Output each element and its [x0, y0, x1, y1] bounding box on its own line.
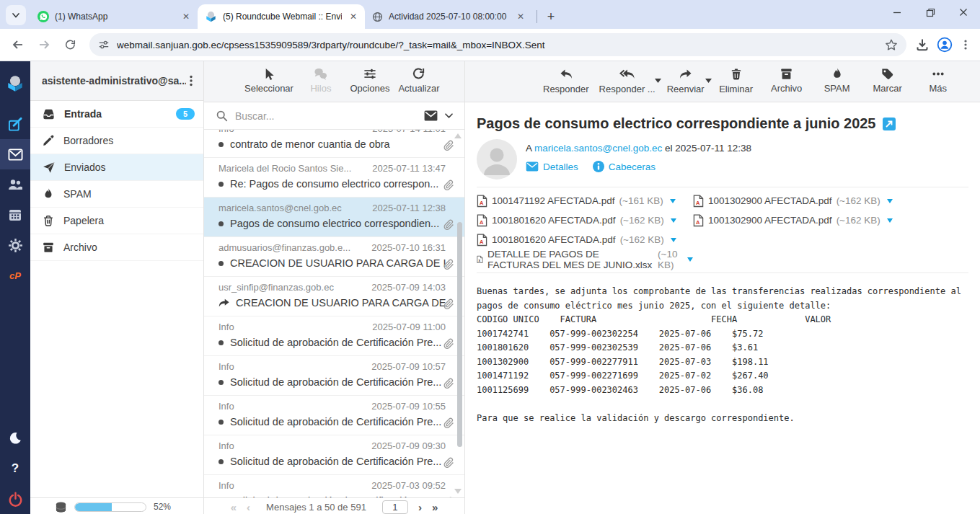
attachment-menu-caret-icon[interactable] [671, 238, 676, 242]
attachment-name[interactable]: 1001471192 AFECTADA.pdf [492, 195, 615, 206]
tab-search-button[interactable] [6, 5, 26, 25]
delete-button[interactable]: Eliminar [716, 67, 756, 94]
nav-settings[interactable] [0, 230, 30, 260]
archive-button[interactable]: Archivo [767, 67, 807, 94]
attachment-name[interactable]: 1001801620 AFECTADA.pdf [492, 215, 616, 226]
scroll-down-arrow-icon[interactable] [454, 489, 462, 494]
scroll-up-arrow-icon[interactable] [454, 133, 462, 138]
tab-close-icon[interactable]: ✕ [180, 11, 192, 22]
search-scope-mail-icon[interactable] [424, 110, 438, 121]
folder-spam[interactable]: SPAM [30, 181, 203, 208]
nav-contacts[interactable] [0, 169, 30, 200]
search-input[interactable] [234, 110, 418, 123]
message-row[interactable]: maricela.santos@cnel.gob.ec 2025-07-11 1… [204, 198, 464, 237]
folder-papelera[interactable]: Papelera [30, 208, 203, 234]
attachment-item[interactable]: A x 1001801620 AFECTADA.pdf (~162 KB) [477, 211, 693, 230]
message-row[interactable]: Info 2025-07-09 09:30 Solicitud de aprob… [204, 435, 464, 475]
tab-close-icon[interactable]: ✕ [348, 11, 359, 22]
folder-entrada[interactable]: Entrada 5 [30, 101, 203, 128]
attachment-menu-caret-icon[interactable] [887, 199, 893, 203]
message-row[interactable]: Maricela del Rocio Santos Sie... 2025-07… [204, 158, 464, 198]
attachment-menu-caret-icon[interactable] [687, 257, 693, 262]
window-minimize-button[interactable] [880, 0, 914, 25]
window-close-button[interactable] [947, 0, 980, 25]
message-row[interactable]: Info 2025-07-03 09:52 Solicitud de aprob… [204, 475, 464, 497]
message-row[interactable]: Info 2025-07-14 11:01 contrato de menor … [204, 130, 464, 158]
pdf-file-icon: A [477, 234, 487, 247]
open-in-new-window-icon[interactable] [883, 118, 896, 130]
prev-page-button[interactable]: ‹ [247, 502, 250, 513]
mark-button[interactable]: Marcar [868, 67, 908, 94]
reply-all-button[interactable]: Responder ... [599, 67, 655, 94]
tab-whatsapp[interactable]: (1) WhatsApp ✕ [30, 4, 198, 29]
details-toggle[interactable]: Detalles [526, 161, 578, 172]
attachment-item[interactable]: A x 1001302900 AFECTADA.pdf (~162 KB) [693, 191, 968, 211]
tab-roundcube[interactable]: (5) Roundcube Webmail :: Envia ✕ [198, 4, 365, 29]
threads-button[interactable]: Hilos [299, 67, 343, 94]
attachment-item[interactable]: A x DETALLE DE PAGOS DE FACTURAS DEL MES… [477, 249, 693, 269]
new-tab-button[interactable]: + [542, 7, 560, 26]
last-page-button[interactable]: » [432, 502, 438, 513]
back-button[interactable] [7, 34, 29, 56]
reload-button[interactable] [59, 34, 81, 56]
account-menu-icon[interactable] [186, 75, 196, 87]
window-restore-button[interactable] [914, 0, 947, 25]
attachment-item[interactable]: A x 1001302900 AFECTADA.pdf (~162 KB) [693, 211, 968, 230]
select-button[interactable]: Seleccionar [244, 67, 293, 94]
message-row[interactable]: Info 2025-07-09 10:55 Solicitud de aprob… [204, 396, 464, 435]
tab-close-icon[interactable]: ✕ [515, 11, 526, 22]
options-button[interactable]: Opciones [348, 67, 392, 94]
recipient-email-link[interactable]: maricela.santos@cnel.gob.ec [534, 143, 662, 154]
nav-cpanel[interactable]: cP [0, 260, 30, 291]
forward-menu-caret-icon[interactable] [705, 79, 712, 83]
browser-menu-icon[interactable] [960, 39, 971, 50]
tab-actividad[interactable]: Actividad 2025-07-10 08:00:00 ✕ [365, 4, 532, 29]
next-page-button[interactable]: › [418, 502, 422, 513]
attachment-name[interactable]: DETALLE DE PAGOS DE FACTURAS DEL MES DE … [487, 249, 653, 270]
forward-button[interactable] [33, 34, 55, 56]
compose-button[interactable] [0, 109, 30, 139]
message-subject: Solicitud de aprobación de Certificación… [230, 495, 446, 497]
pdf-file-icon: A [693, 214, 704, 227]
attachment-name[interactable]: 1001302900 AFECTADA.pdf [708, 195, 832, 206]
spam-button[interactable]: SPAM [817, 67, 857, 94]
attachment-name[interactable]: 1001302900 AFECTADA.pdf [708, 215, 832, 226]
search-options-chevron-icon[interactable] [443, 110, 454, 121]
profile-avatar-icon[interactable] [937, 37, 953, 53]
attachment-name[interactable]: 1001801620 AFECTADA.pdf [492, 234, 616, 245]
refresh-button[interactable]: Actualizar [397, 67, 441, 94]
nav-calendar[interactable] [0, 200, 30, 230]
message-row[interactable]: usr_sinfip@finanzas.gob.ec 2025-07-09 14… [204, 277, 464, 316]
close-icon [959, 8, 968, 17]
more-dots-icon [931, 67, 945, 81]
nav-mail[interactable] [0, 139, 30, 169]
message-row[interactable]: Info 2025-07-09 10:57 Solicitud de aprob… [204, 356, 464, 396]
folder-enviados[interactable]: Enviados [30, 154, 203, 181]
attachment-item[interactable]: A x 1001471192 AFECTADA.pdf (~161 KB) [477, 191, 693, 211]
reply-all-menu-caret-icon[interactable] [655, 79, 661, 83]
attachment-menu-caret-icon[interactable] [671, 218, 676, 223]
address-bar[interactable]: webmail.sanjuan.gob.ec/cpsess1535909589/… [89, 33, 906, 56]
message-row[interactable]: admusuarios@finanzas.gob.e... 2025-07-10… [204, 237, 464, 277]
more-button[interactable]: Más [918, 67, 958, 94]
page-number-input[interactable] [382, 500, 408, 514]
logout-button[interactable] [0, 484, 30, 514]
headers-toggle[interactable]: Cabeceras [593, 161, 655, 172]
downloads-icon[interactable] [915, 37, 930, 52]
message-date: 2025-07-14 11:01 [372, 130, 446, 134]
dark-mode-button[interactable] [0, 423, 30, 453]
attachment-item[interactable]: A x 1001801620 AFECTADA.pdf (~162 KB) [477, 230, 968, 249]
tab-divider [537, 10, 537, 23]
folder-archivo[interactable]: Archivo [30, 234, 203, 261]
list-scrollbar-thumb[interactable] [457, 222, 462, 447]
send-icon [42, 161, 56, 174]
folder-borradores[interactable]: Borradores [30, 128, 203, 154]
reply-button[interactable]: Responder [543, 67, 589, 94]
bookmark-star-icon[interactable] [885, 38, 898, 51]
forward-button-mail[interactable]: Reenviar [666, 67, 706, 94]
message-row[interactable]: Info 2025-07-09 11:00 Solicitud de aprob… [204, 316, 464, 356]
help-button[interactable]: ? [0, 453, 30, 484]
attachment-menu-caret-icon[interactable] [670, 199, 676, 203]
attachment-menu-caret-icon[interactable] [887, 218, 893, 223]
first-page-button[interactable]: « [231, 502, 237, 513]
